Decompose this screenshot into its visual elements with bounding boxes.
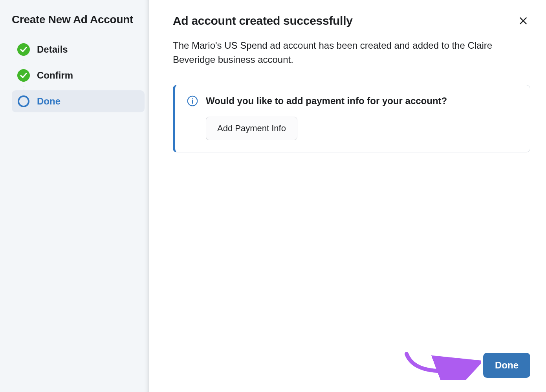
step-label: Confirm	[37, 70, 73, 81]
step-details[interactable]: Details	[12, 38, 145, 60]
step-label: Done	[37, 96, 60, 107]
payment-question: Would you like to add payment info for y…	[206, 95, 447, 106]
svg-rect-5	[192, 100, 193, 104]
main-panel: Ad account created successfully The Mari…	[149, 0, 546, 392]
success-description: The Mario's US Spend ad account has been…	[173, 38, 519, 67]
svg-point-4	[192, 98, 193, 99]
close-button[interactable]	[516, 14, 530, 28]
svg-point-0	[17, 43, 30, 56]
info-icon	[187, 95, 198, 106]
page-title: Ad account created successfully	[173, 14, 353, 27]
main-header: Ad account created successfully	[173, 14, 530, 28]
svg-point-1	[17, 69, 30, 82]
step-label: Details	[37, 44, 68, 55]
add-payment-info-button[interactable]: Add Payment Info	[206, 117, 297, 140]
payment-info-card: Would you like to add payment info for y…	[173, 85, 530, 152]
annotation-arrow-icon	[403, 347, 481, 380]
close-icon	[518, 16, 528, 27]
step-done[interactable]: Done	[12, 90, 145, 112]
step-confirm[interactable]: Confirm	[12, 64, 145, 86]
sidebar-title: Create New Ad Account	[12, 13, 145, 27]
done-button[interactable]: Done	[483, 353, 530, 378]
circle-outline-icon	[17, 95, 30, 108]
svg-point-2	[18, 96, 29, 106]
step-list: Details Confirm Done	[12, 38, 145, 112]
footer: Done	[483, 353, 530, 378]
sidebar: Create New Ad Account Details Confirm	[0, 0, 149, 392]
check-circle-icon	[17, 69, 30, 82]
check-circle-icon	[17, 43, 30, 56]
